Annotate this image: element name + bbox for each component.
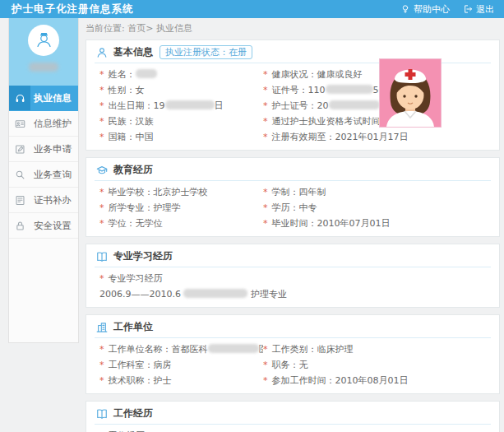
- section-work-experience: 工作经历 *工作经历：2010.8——至今 呼吸科: [86, 401, 500, 432]
- required-bullet: *: [99, 360, 104, 370]
- breadcrumb-home-link[interactable]: 首页: [127, 23, 146, 34]
- field-text: 姓名：: [109, 69, 136, 80]
- required-bullet: *: [99, 85, 104, 95]
- field-text: 学历：中专: [272, 202, 317, 213]
- field-row: 2006.9——2010.6 护理专业: [99, 286, 489, 302]
- field-text: 毕业时间：2010年07月01日: [272, 218, 391, 229]
- required-bullet: *: [99, 218, 104, 229]
- field-row: *所学专业：护理学: [99, 200, 263, 216]
- breadcrumb-current: 执业信息: [156, 23, 192, 34]
- field-text: 所学专业：护理学: [109, 202, 181, 213]
- required-bullet: *: [263, 100, 268, 111]
- field-row: *职务：无: [263, 357, 489, 373]
- field-text: 毕业学校：北京护士学校: [109, 187, 208, 197]
- required-bullet: *: [263, 85, 268, 95]
- field-text: 护理专业: [247, 289, 287, 300]
- required-bullet: *: [263, 375, 268, 386]
- book-icon: [96, 408, 108, 420]
- sidebar-item-label: 信息维护: [30, 111, 78, 136]
- logout-button[interactable]: 退出: [463, 3, 494, 16]
- section-work-unit: 工作单位 *工作单位名称：首都医科医院*工作科室：病房*技术职称：护士*工作类别…: [86, 314, 500, 394]
- section-title: 专业学习经历: [113, 249, 173, 263]
- field-text: 出生日期：19: [109, 100, 165, 111]
- sidebar-item-security-settings[interactable]: 安全设置: [9, 213, 78, 239]
- redacted-value: [329, 100, 380, 109]
- section-title: 教育经历: [113, 163, 153, 177]
- sidebar-item-label: 安全设置: [30, 213, 78, 238]
- required-bullet: *: [263, 344, 268, 355]
- redacted-value: [326, 85, 373, 94]
- redacted-value: [183, 289, 247, 298]
- field-row: *性别：女: [99, 82, 263, 98]
- fields-column-left: *工作单位名称：首都医科医院*工作科室：病房*技术职称：护士: [99, 341, 263, 388]
- field-text: 专业学习经历: [109, 273, 163, 284]
- sidebar-item-label: 执业信息: [30, 86, 78, 110]
- section-basic-info: 基本信息 执业注册状态：在册 *姓名：*性别：女*出生日期：19日*民族：汉族*…: [86, 39, 500, 151]
- field-row: *工作经历：: [99, 428, 489, 432]
- work-unit-fields: *工作单位名称：首都医科医院*工作科室：病房*技术职称：护士*工作类别：临床护理…: [86, 338, 499, 393]
- building-icon: [96, 322, 108, 333]
- field-row: *证件号：11056: [263, 82, 489, 98]
- field-row: *出生日期：19日: [99, 98, 263, 114]
- required-bullet: *: [99, 344, 104, 355]
- field-row: *国籍：中国: [99, 129, 263, 145]
- field-row: *民族：汉族: [99, 114, 263, 129]
- field-text: 护士证号：20: [272, 100, 329, 111]
- section-study-experience: 专业学习经历 *专业学习经历2006.9——2010.6 护理专业: [86, 244, 500, 308]
- field-row: *工作类别：临床护理: [263, 341, 489, 357]
- section-title: 工作单位: [113, 320, 153, 334]
- edit-icon: [9, 137, 30, 161]
- study-experience-fields: *专业学习经历2006.9——2010.6 护理专业: [86, 267, 499, 307]
- required-bullet: *: [263, 360, 268, 370]
- sidebar-item-business-query[interactable]: 业务查询: [9, 162, 78, 188]
- sidebar-item-info-maintain[interactable]: 信息维护: [9, 111, 78, 137]
- field-text: 日: [215, 100, 224, 111]
- fields-column-right: *健康状况：健康或良好*证件号：11056*护士证号：20*通过护士执业资格考试…: [263, 67, 489, 145]
- field-text: 注册有效期至：2021年01月17日: [272, 132, 409, 142]
- field-row: *通过护士执业资格考试时间：2010年: [263, 114, 489, 129]
- help-center-label: 帮助中心: [414, 3, 450, 16]
- help-icon: [400, 4, 410, 14]
- search-icon: [9, 162, 30, 187]
- app-title: 护士电子化注册信息系统: [12, 2, 134, 16]
- sidebar-menu: 执业信息信息维护业务申请业务查询证书补办安全设置: [9, 86, 78, 239]
- user-icon: [96, 47, 108, 58]
- sidebar-item-label: 证书补办: [30, 188, 78, 212]
- certificate-icon: [9, 188, 30, 212]
- nurse-photo: [379, 58, 442, 128]
- field-text: 工作类别：临床护理: [272, 344, 354, 355]
- field-text: 学位：无学位: [109, 218, 163, 229]
- fields-column-left: *毕业学校：北京护士学校*所学专业：护理学*学位：无学位: [99, 184, 263, 231]
- field-text: 参加工作时间：2010年08月01日: [272, 375, 409, 386]
- nurse-photo-illustration: [380, 59, 441, 127]
- required-bullet: *: [99, 116, 104, 127]
- idcard-icon: [9, 111, 30, 136]
- field-text: 技术职称：护士: [109, 375, 172, 386]
- sidebar-item-cert-reissue[interactable]: 证书补办: [9, 188, 78, 213]
- field-text: 健康状况：健康或良好: [272, 69, 363, 80]
- field-text: 职务：无: [272, 360, 308, 370]
- required-bullet: *: [99, 69, 104, 80]
- lock-icon: [9, 213, 30, 238]
- field-row: *毕业时间：2010年07月01日: [263, 216, 489, 231]
- fields-column-right: *学制：四年制*学历：中专*毕业时间：2010年07月01日: [263, 184, 489, 231]
- book-icon: [96, 251, 108, 262]
- header-actions: 帮助中心 退出: [400, 3, 494, 16]
- help-center-button[interactable]: 帮助中心: [400, 3, 450, 16]
- nurse-avatar-icon: [33, 28, 55, 53]
- section-education: 教育经历 *毕业学校：北京护士学校*所学专业：护理学*学位：无学位*学制：四年制…: [86, 157, 500, 237]
- field-text: 性别：女: [109, 85, 145, 95]
- breadcrumb-separator: >: [146, 23, 153, 34]
- graduation-icon: [96, 165, 108, 176]
- redacted-value: [165, 100, 215, 109]
- redacted-value: [136, 69, 157, 78]
- sidebar: 执业信息信息维护业务申请业务查询证书补办安全设置: [8, 18, 79, 343]
- main-content: 当前位置: 首页> 执业信息 基本信息 执业注册状态：在册 *姓名：*性别：女*…: [86, 18, 500, 432]
- sidebar-item-practice-info[interactable]: 执业信息: [9, 86, 78, 111]
- sidebar-item-business-apply[interactable]: 业务申请: [9, 137, 78, 162]
- fields-column-left: *姓名：*性别：女*出生日期：19日*民族：汉族*国籍：中国: [99, 67, 263, 145]
- registration-status-badge: 执业注册状态：在册: [160, 45, 252, 59]
- field-row: *健康状况：健康或良好: [263, 67, 489, 82]
- user-name-redacted: [29, 63, 58, 72]
- field-row: *学历：中专: [263, 200, 489, 216]
